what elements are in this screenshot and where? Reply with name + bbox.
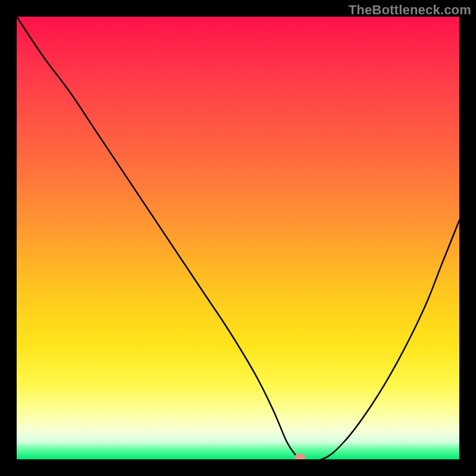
optimum-marker [295,454,305,459]
bottleneck-curve [17,17,459,459]
plot-area [17,17,459,459]
chart-svg [17,17,459,459]
chart-container: TheBottleneck.com [0,0,476,476]
watermark-text: TheBottleneck.com [349,2,471,18]
